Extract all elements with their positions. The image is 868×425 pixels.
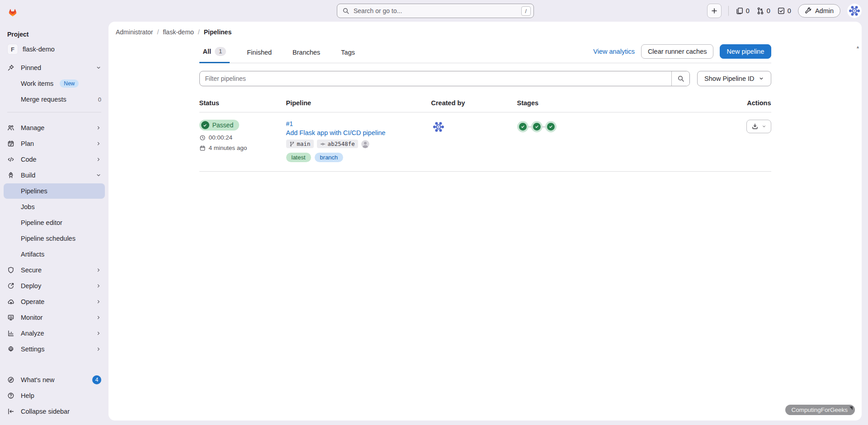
column-header-created-by: Created by — [431, 99, 517, 107]
new-pipeline-button[interactable]: New pipeline — [720, 44, 771, 59]
sidebar-item-plan[interactable]: Plan — [4, 136, 105, 151]
chevron-right-icon — [96, 157, 101, 162]
sidebar-item-pipeline-schedules[interactable]: Pipeline schedules — [4, 231, 105, 246]
tab-all-count: 1 — [215, 47, 226, 56]
collapse-sidebar-button[interactable]: Collapse sidebar — [4, 404, 105, 419]
merge-request-icon — [756, 7, 764, 15]
chevron-right-icon — [96, 141, 101, 146]
sidebar-item-settings[interactable]: Settings — [4, 341, 105, 357]
creator-avatar[interactable] — [431, 120, 446, 134]
mr-count: 0 — [767, 7, 770, 14]
stage-passed-icon[interactable] — [545, 121, 557, 132]
branch-ref-chip[interactable]: main — [286, 140, 314, 148]
download-artifacts-button[interactable] — [746, 120, 771, 133]
sidebar-item-label: Manage — [21, 124, 44, 131]
content-card: Administrator / flask-demo / Pipelines A… — [108, 22, 862, 420]
pin-icon — [7, 64, 14, 71]
sidebar-item-label: What's new — [21, 376, 55, 383]
breadcrumb-administrator[interactable]: Administrator — [116, 28, 153, 36]
sidebar-item-label: Pipeline schedules — [21, 235, 75, 242]
sidebar-item-code[interactable]: Code — [4, 152, 105, 167]
merge-requests-counter[interactable]: 0 — [756, 7, 770, 15]
pipeline-title-link[interactable]: Add Flask app with CI/CD pipeline — [286, 129, 386, 136]
stage-passed-icon[interactable] — [531, 121, 542, 132]
chevron-down-icon — [759, 76, 764, 81]
admin-label: Admin — [815, 7, 834, 14]
breadcrumb-separator: / — [157, 28, 159, 36]
column-header-stages: Stages — [517, 99, 731, 107]
show-pipeline-id-dropdown[interactable]: Show Pipeline ID — [697, 71, 771, 86]
sidebar-item-label: Pipeline editor — [21, 219, 62, 226]
sidebar-item-pipelines[interactable]: Pipelines — [4, 183, 105, 199]
tab-all[interactable]: All 1 — [199, 41, 230, 63]
download-icon — [751, 123, 759, 130]
sidebar-item-label: Monitor — [21, 314, 42, 321]
sidebar-item-work-items[interactable]: Work items New — [4, 76, 105, 91]
branch-name: main — [297, 140, 311, 147]
avatar-identicon — [847, 4, 862, 18]
sidebar-item-artifacts[interactable]: Artifacts — [4, 247, 105, 262]
sidebar-item-analyze[interactable]: Analyze — [4, 326, 105, 341]
sidebar-item-pipeline-editor[interactable]: Pipeline editor — [4, 215, 105, 230]
pipelines-tabs-row: All 1 Finished Branches Tags View analyt… — [199, 41, 771, 63]
sidebar-item-label: Operate — [21, 298, 44, 305]
tab-branches[interactable]: Branches — [289, 43, 324, 63]
gitlab-logo[interactable] — [0, 4, 108, 24]
pipeline-row: Passed 00:00:24 4 minutes ago #1 — [199, 112, 771, 172]
tab-label: Finished — [247, 49, 272, 56]
pipeline-duration: 00:00:24 — [199, 134, 286, 141]
scrollbar-up-arrow[interactable]: ▲ — [856, 45, 860, 49]
todos-counter[interactable]: 0 — [777, 7, 791, 15]
sidebar-item-label: Secure — [21, 266, 42, 274]
clear-runner-caches-button[interactable]: Clear runner caches — [641, 44, 714, 59]
branch-label[interactable]: branch — [315, 153, 344, 162]
tab-tags[interactable]: Tags — [337, 43, 359, 63]
tab-finished[interactable]: Finished — [243, 43, 275, 63]
sidebar-item-deploy[interactable]: Deploy — [4, 278, 105, 294]
breadcrumb-separator: / — [198, 28, 200, 36]
stage-connector — [528, 126, 531, 127]
sidebar-item-merge-requests[interactable]: Merge requests 0 — [4, 92, 105, 107]
project-switcher[interactable]: F flask-demo — [4, 42, 105, 57]
create-new-button[interactable] — [707, 4, 722, 18]
person-icon — [361, 140, 369, 148]
user-avatar[interactable] — [847, 4, 862, 18]
sidebar-item-label: Plan — [21, 140, 34, 147]
commit-sha-chip[interactable]: ab2548fe — [317, 140, 358, 148]
column-header-actions: Actions — [731, 99, 771, 107]
filter-pipelines-input[interactable] — [200, 71, 672, 86]
sidebar-item-pinned[interactable]: Pinned — [4, 60, 105, 75]
stages-minigraph — [517, 120, 731, 132]
sidebar-item-help[interactable]: Help — [4, 388, 105, 403]
filter-search-button[interactable] — [671, 71, 689, 86]
new-badge: New — [60, 79, 79, 88]
sidebar-item-build[interactable]: Build — [4, 168, 105, 183]
breadcrumb-project[interactable]: flask-demo — [163, 28, 193, 36]
admin-button[interactable]: Admin — [798, 4, 840, 18]
sidebar-item-jobs[interactable]: Jobs — [4, 199, 105, 215]
chart-icon — [7, 330, 14, 337]
todo-icon — [777, 7, 785, 15]
stage-passed-icon[interactable] — [517, 121, 528, 132]
sidebar-item-whats-new[interactable]: What's new 4 — [4, 372, 105, 388]
sidebar-item-label: Merge requests — [21, 96, 66, 103]
global-search[interactable]: Search or go to... / — [337, 4, 534, 18]
chevron-right-icon — [96, 283, 101, 289]
status-check-icon — [201, 121, 209, 129]
latest-label[interactable]: latest — [286, 153, 311, 162]
pipelines-table-header: Status Pipeline Created by Stages Action… — [199, 95, 771, 112]
view-analytics-link[interactable]: View analytics — [593, 48, 635, 55]
sidebar-item-operate[interactable]: Operate — [4, 294, 105, 309]
commit-author-avatar[interactable] — [361, 140, 369, 148]
status-badge[interactable]: Passed — [199, 120, 240, 131]
age-value: 4 minutes ago — [209, 145, 247, 151]
wrench-icon — [805, 7, 812, 14]
breadcrumb: Administrator / flask-demo / Pipelines — [116, 22, 854, 38]
pipeline-id-link[interactable]: #1 — [286, 120, 293, 127]
sidebar-item-secure[interactable]: Secure — [4, 262, 105, 278]
search-icon — [342, 7, 349, 14]
issues-counter[interactable]: 0 — [736, 7, 750, 15]
sidebar-item-monitor[interactable]: Monitor — [4, 310, 105, 325]
sidebar-item-manage[interactable]: Manage — [4, 120, 105, 135]
watermark-wedge — [849, 406, 853, 410]
